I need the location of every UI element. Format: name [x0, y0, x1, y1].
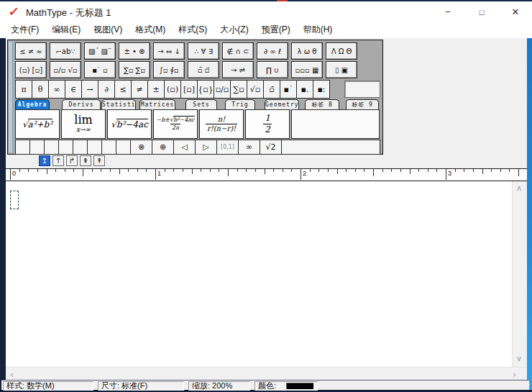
- menu-edit[interactable]: 编辑(E): [45, 22, 87, 38]
- theta-button[interactable]: θ: [32, 80, 49, 99]
- subscript-template-button[interactable]: ▪.: [296, 80, 313, 99]
- menu-preferences[interactable]: 预置(P): [255, 22, 297, 38]
- empty-shortcut-slot[interactable]: [58, 140, 73, 155]
- horizontal-scrollbar[interactable]: ‹ ›: [6, 367, 527, 380]
- infinity-button[interactable]: ∞: [48, 80, 65, 99]
- maximize-button[interactable]: □: [471, 5, 492, 19]
- tab-9[interactable]: 标签 9: [346, 99, 379, 109]
- status-color-field[interactable]: 颜色:: [254, 381, 318, 391]
- menu-size[interactable]: 大小(Z): [214, 22, 254, 38]
- superscript-template-button[interactable]: ▪˙: [280, 80, 297, 99]
- overbar-underbar-templates-palette[interactable]: ▫̄ ▫⃗: [188, 61, 219, 78]
- partial-button[interactable]: ∂: [98, 80, 115, 99]
- right-triangle-button[interactable]: ▷: [195, 140, 217, 155]
- status-size-field[interactable]: 尺寸: 标准(F): [98, 381, 184, 391]
- subsuperscript-template-button[interactable]: ▪:: [313, 80, 330, 99]
- infinity-shortcut-button[interactable]: ∞: [238, 140, 260, 155]
- small-toolbar-button-2[interactable]: ↑: [52, 155, 64, 166]
- tab-geometry[interactable]: Geometry: [265, 99, 299, 109]
- empty-shortcut-slot[interactable]: [87, 140, 102, 155]
- menu-format[interactable]: 格式(M): [129, 22, 172, 38]
- minimize-button[interactable]: −: [437, 5, 459, 19]
- fraction-template-button[interactable]: ▫∕▫: [214, 80, 231, 99]
- menu-file[interactable]: 文件(F): [4, 22, 45, 38]
- vertical-scrollbar[interactable]: ∧ ∨: [512, 181, 527, 367]
- not-equal-button[interactable]: ≠: [131, 80, 148, 99]
- box-templates-palette[interactable]: ▯ ▣: [326, 61, 357, 78]
- quadratic-formula-button[interactable]: −b±√b²−4ac 2a: [153, 109, 198, 139]
- fraction-radical-templates-palette[interactable]: ▫∕▫ √▫: [50, 61, 81, 78]
- fence-templates-palette[interactable]: (▫) [▫]: [15, 61, 47, 78]
- matrix-templates-palette[interactable]: ▫▫▫ ▦: [291, 61, 323, 78]
- operator-symbols-palette[interactable]: ± • ⊗: [119, 42, 150, 60]
- one-half-button[interactable]: 1 2: [245, 109, 290, 139]
- empty-shortcut-slot[interactable]: [101, 140, 116, 155]
- sqrt-b2-4ac-button[interactable]: √b²−4ac: [107, 109, 152, 139]
- integral-templates-palette[interactable]: ∫▫ ∮▫: [153, 61, 185, 78]
- tab-8[interactable]: 标签 8: [305, 99, 339, 109]
- empty-shortcut-slot-wide[interactable]: [281, 140, 380, 155]
- menu-view[interactable]: 视图(V): [87, 22, 129, 38]
- status-style-field[interactable]: 样式: 数学(M): [3, 381, 93, 391]
- greek-uppercase-palette[interactable]: Λ Ω Θ: [326, 42, 357, 60]
- summation-template-button[interactable]: ∑▫: [230, 80, 247, 99]
- empty-shortcut-slot[interactable]: [29, 140, 45, 155]
- sqrt-a2-b2-button[interactable]: √a²+b²: [15, 109, 60, 139]
- pi-button[interactable]: π: [15, 80, 32, 99]
- circled-times-button[interactable]: ⊗: [130, 140, 152, 155]
- labeled-arrow-templates-palette[interactable]: → ⇌: [222, 61, 254, 78]
- misc-symbols-palette[interactable]: ∂ ∞ ℓ: [257, 42, 288, 60]
- tab-sets[interactable]: Sets: [185, 99, 217, 109]
- empty-shortcut-slot[interactable]: [15, 140, 30, 155]
- tab-algebra[interactable]: Algebra: [15, 99, 50, 109]
- circled-plus-button[interactable]: ⊕: [152, 140, 174, 155]
- small-toolbar-button-4[interactable]: ⇞: [80, 155, 91, 166]
- braces-template-button[interactable]: {▫}: [197, 80, 214, 99]
- scroll-up-icon[interactable]: ∧: [516, 183, 522, 193]
- tab-statistics[interactable]: Statisti: [101, 99, 136, 109]
- limit-button[interactable]: lim x→∞: [61, 109, 106, 139]
- product-set-templates-palette[interactable]: ∏ ∪: [257, 61, 288, 78]
- tab-trig[interactable]: Trig: [225, 99, 255, 109]
- radical-template-button[interactable]: √▫: [247, 80, 264, 99]
- menu-help[interactable]: 帮助(H): [297, 22, 339, 38]
- empty-shortcut-slot[interactable]: [44, 140, 59, 155]
- plus-minus-button[interactable]: ±: [147, 80, 165, 99]
- toolbar-drag-handle[interactable]: [9, 42, 13, 152]
- embellishments-palette[interactable]: ▨´ ▨¨: [84, 42, 116, 60]
- element-of-button[interactable]: ∈: [65, 80, 82, 99]
- subscript-superscript-templates-palette[interactable]: ▪˙ ▫: [84, 61, 116, 78]
- arrow-symbols-palette[interactable]: → ⇔ ↓: [153, 42, 185, 60]
- tab-matrices[interactable]: Matrices: [139, 99, 175, 109]
- spaces-ellipses-palette[interactable]: ⌐ab∵: [50, 42, 81, 60]
- menu-style[interactable]: 样式(S): [172, 22, 214, 38]
- interval-01-button[interactable]: [0,1]: [216, 140, 239, 155]
- close-button[interactable]: ✕: [505, 5, 526, 19]
- scroll-right-icon[interactable]: ›: [513, 369, 516, 380]
- scroll-down-icon[interactable]: ∨: [516, 354, 522, 363]
- set-theory-symbols-palette[interactable]: ∉ ∩ ⊂: [222, 42, 254, 60]
- right-arrow-button[interactable]: →: [81, 80, 98, 99]
- sqrt2-shortcut-button[interactable]: √2: [260, 140, 282, 155]
- greek-lowercase-palette[interactable]: λ ω θ: [291, 42, 323, 60]
- relational-symbols-palette[interactable]: ≤ ≠ ≈: [15, 42, 47, 60]
- empty-shortcut-slot[interactable]: [73, 140, 88, 155]
- small-toolbar-button-5[interactable]: ↟: [93, 155, 105, 166]
- equation-canvas[interactable]: [6, 181, 512, 367]
- tab-derivs[interactable]: Derivs: [62, 99, 101, 109]
- small-toolbar-button-1[interactable]: ↥: [39, 155, 50, 166]
- summation-templates-palette[interactable]: ∑▫ ∑▫: [119, 61, 150, 78]
- overbar-template-button[interactable]: ▫̄: [263, 80, 280, 99]
- empty-shortcut-slot[interactable]: [116, 140, 131, 155]
- status-zoom-field[interactable]: 缩放: 200%: [188, 381, 250, 391]
- logic-symbols-palette[interactable]: ∴ ∀ ∃: [188, 42, 219, 60]
- combination-formula-button[interactable]: n! r!(n−r)!: [199, 109, 244, 139]
- scroll-left-icon[interactable]: ‹: [10, 369, 14, 380]
- empty-expression-slot[interactable]: [291, 109, 380, 139]
- left-triangle-button[interactable]: ◁: [173, 140, 196, 155]
- less-equal-button[interactable]: ≤: [114, 80, 132, 99]
- title-bar[interactable]: ✓ MathType - 无标题 1 − □ ✕: [0, 1, 532, 22]
- small-toolbar-button-3[interactable]: ↱: [66, 155, 78, 166]
- brackets-template-button[interactable]: [▫]: [180, 80, 198, 99]
- parentheses-template-button[interactable]: (▫): [164, 80, 181, 99]
